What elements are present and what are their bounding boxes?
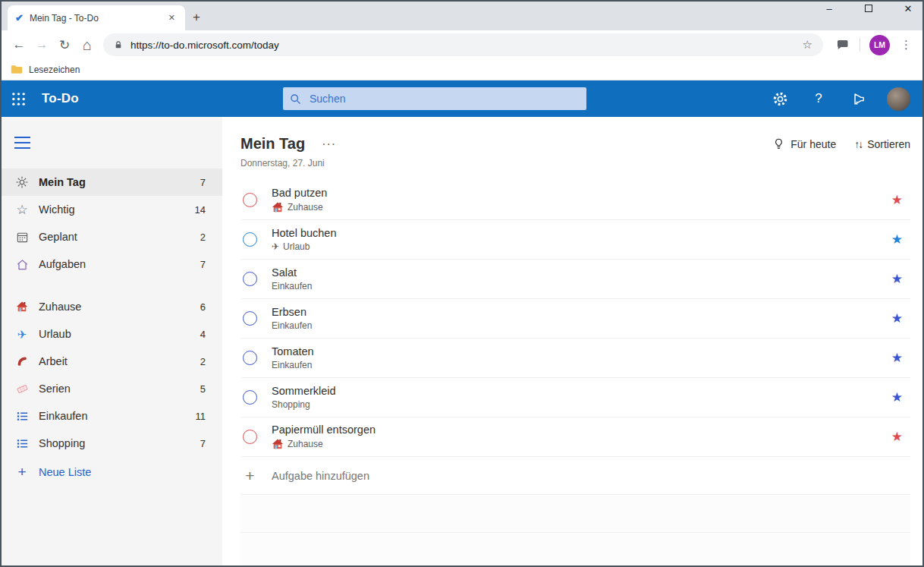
close-window-button[interactable]: ✕ — [898, 3, 918, 14]
sidebar-item-urlaub[interactable]: ✈ Urlaub 4 — [2, 320, 222, 348]
url-text[interactable]: https://to-do.microsoft.com/today — [130, 39, 800, 51]
user-avatar[interactable] — [887, 87, 910, 111]
task-text[interactable]: Sommerkleid Shopping — [272, 385, 888, 410]
window-controls: – ✕ — [819, 3, 918, 14]
search-input[interactable] — [310, 93, 567, 105]
task-complete-circle[interactable] — [243, 351, 257, 365]
sidebar-item-geplant[interactable]: Geplant 2 — [2, 223, 222, 250]
sidebar-item-count: 7 — [200, 259, 206, 270]
task-complete-circle[interactable] — [243, 311, 257, 326]
task-importance-star[interactable]: ★ — [888, 350, 906, 366]
sidebar-item-wichtig[interactable]: ☆ Wichtig 14 — [2, 196, 222, 223]
hamburger-icon — [14, 137, 222, 149]
sidebar-item-count: 2 — [200, 356, 206, 367]
new-tab-button[interactable]: + — [193, 10, 200, 25]
task-list-name: Einkaufen — [272, 360, 312, 370]
chat-extension-icon[interactable] — [835, 38, 849, 52]
new-list-button[interactable]: + Neue Liste — [2, 458, 222, 486]
task-text[interactable]: Erbsen Einkaufen — [272, 306, 888, 331]
suggestions-button[interactable]: Für heute — [772, 137, 836, 150]
add-task-label: Aufgabe hinzufügen — [272, 470, 369, 482]
sidebar-item-label: Mein Tag — [39, 176, 200, 188]
browser-menu-icon[interactable]: ⋮ — [896, 38, 916, 52]
task-text[interactable]: Salat Einkaufen — [272, 266, 888, 291]
sidebar-item-einkaufen[interactable]: Einkaufen 11 — [2, 402, 222, 430]
browser-tab[interactable]: ✔ Mein Tag - To-Do ✕ — [8, 5, 185, 30]
reload-button[interactable]: ↻ — [53, 33, 76, 56]
sidebar-item-count: 6 — [200, 301, 206, 313]
task-text[interactable]: Papiermüll entsorgen Zuhause — [272, 424, 888, 450]
task-importance-star[interactable]: ★ — [888, 389, 906, 405]
sidebar-item-arbeit[interactable]: Arbeit 2 — [2, 348, 222, 375]
task-importance-star[interactable]: ★ — [888, 429, 906, 445]
task-list-name: Zuhause — [288, 202, 323, 213]
sidebar-item-count: 2 — [200, 232, 206, 243]
custom-lists: Zuhause 6 ✈ Urlaub 4 Arbeit 2 Serien 5 E… — [2, 293, 222, 457]
sidebar-item-label: Wichtig — [39, 203, 195, 216]
task-text[interactable]: Tomaten Einkaufen — [272, 345, 888, 370]
sidebar-toggle-button[interactable] — [2, 117, 222, 169]
task-importance-star[interactable]: ★ — [888, 310, 906, 326]
sidebar-item-serien[interactable]: Serien 5 — [2, 375, 222, 402]
sidebar-item-icon: ☆ — [14, 203, 30, 216]
bookmarks-folder-icon[interactable] — [11, 65, 23, 74]
smart-lists: Mein Tag 7 ☆ Wichtig 14 Geplant 2 Aufgab… — [2, 169, 222, 278]
tab-close-icon[interactable]: ✕ — [165, 11, 179, 25]
task-importance-star[interactable]: ★ — [888, 192, 906, 208]
help-icon[interactable]: ? — [809, 91, 828, 106]
announcements-megaphone-icon[interactable] — [848, 90, 866, 108]
bookmark-star-icon[interactable]: ☆ — [800, 38, 816, 52]
task-complete-circle[interactable] — [243, 232, 257, 247]
home-button[interactable]: ⌂ — [76, 33, 99, 56]
sidebar-item-aufgaben[interactable]: Aufgaben 7 — [2, 250, 222, 278]
task-text[interactable]: Hotel buchen ✈ Urlaub — [272, 227, 888, 252]
plus-icon: + — [14, 464, 30, 480]
sidebar-item-zuhause[interactable]: Zuhause 6 — [2, 293, 222, 320]
sidebar-item-count: 4 — [200, 329, 206, 340]
search-box[interactable] — [283, 87, 586, 110]
sidebar-item-mein-tag[interactable]: Mein Tag 7 — [2, 169, 222, 196]
task-row: Bad putzen Zuhause ★ — [240, 181, 910, 220]
app-title: To-Do — [42, 91, 79, 106]
sidebar-item-icon — [14, 355, 30, 367]
task-list-info: Zuhause — [272, 438, 888, 450]
app-launcher-icon[interactable] — [11, 92, 26, 106]
task-importance-star[interactable]: ★ — [888, 271, 906, 287]
list-options-ellipsis-icon[interactable]: ··· — [319, 137, 339, 151]
browser-profile-badge[interactable]: LM — [869, 35, 890, 55]
sidebar-item-shopping[interactable]: Shopping 7 — [2, 430, 222, 457]
task-complete-circle[interactable] — [243, 193, 257, 207]
sidebar-item-icon — [14, 383, 30, 395]
minimize-button[interactable]: – — [819, 3, 839, 14]
search-icon — [289, 93, 302, 106]
address-bar[interactable]: https://to-do.microsoft.com/today ☆ — [103, 33, 823, 56]
task-title: Sommerkleid — [272, 385, 888, 397]
forward-button[interactable]: → — [30, 33, 53, 56]
task-list-name: Zuhause — [288, 439, 323, 449]
bookmarks-folder-label[interactable]: Lesezeichen — [29, 65, 80, 75]
sidebar-item-icon: ✈ — [14, 329, 30, 340]
lock-icon — [114, 39, 123, 50]
maximize-button[interactable] — [859, 3, 878, 14]
add-task-row[interactable]: + Aufgabe hinzufügen — [240, 457, 910, 495]
tab-strip: ✔ Mein Tag - To-Do ✕ + – ✕ — [2, 2, 922, 30]
task-list-icon — [272, 438, 284, 450]
task-text[interactable]: Bad putzen Zuhause — [272, 187, 888, 213]
sort-button[interactable]: ↑↓ Sortieren — [854, 138, 910, 150]
sidebar-item-label: Aufgaben — [39, 258, 200, 270]
sidebar-item-icon — [14, 410, 30, 423]
sidebar-item-label: Urlaub — [39, 328, 200, 340]
sidebar-item-label: Shopping — [39, 437, 200, 449]
back-button[interactable]: ← — [8, 33, 30, 56]
task-title: Erbsen — [272, 306, 888, 318]
sidebar-item-icon — [14, 231, 30, 244]
main-actions: Für heute ↑↓ Sortieren — [772, 137, 910, 150]
sidebar: Mein Tag 7 ☆ Wichtig 14 Geplant 2 Aufgab… — [2, 117, 222, 565]
settings-gear-icon[interactable] — [771, 90, 789, 108]
task-complete-circle[interactable] — [243, 430, 257, 444]
task-complete-circle[interactable] — [243, 272, 257, 286]
sidebar-group-gap — [2, 278, 222, 293]
task-row: Papiermüll entsorgen Zuhause ★ — [240, 417, 910, 457]
task-complete-circle[interactable] — [243, 390, 257, 405]
task-importance-star[interactable]: ★ — [888, 232, 906, 247]
